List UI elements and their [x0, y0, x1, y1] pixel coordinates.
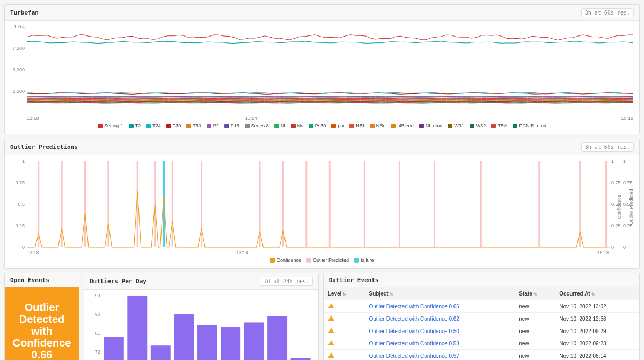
svg-rect-59	[244, 322, 264, 360]
legend-label: P15	[231, 123, 239, 128]
legend-item[interactable]: P15	[224, 123, 239, 128]
legend-label: phi	[338, 123, 344, 128]
level-cell	[324, 325, 365, 337]
legend-label: T24	[152, 123, 161, 128]
legend-swatch	[448, 124, 452, 128]
svg-rect-57	[197, 325, 217, 360]
legend-item[interactable]: Nf_dmd	[419, 123, 443, 128]
column-header[interactable]: Occurred At	[555, 287, 639, 300]
legend-item[interactable]: phi	[331, 123, 344, 128]
legend-item[interactable]: failure	[354, 257, 374, 263]
sort-icon[interactable]	[341, 291, 346, 297]
svg-text:0.75: 0.75	[15, 180, 25, 185]
legend-item[interactable]: Series 8	[245, 123, 269, 128]
legend-item[interactable]: NRc	[370, 123, 386, 128]
legend-label: T2	[135, 123, 141, 128]
open-events-panel: Open Events Outlier Detected with Confid…	[4, 273, 79, 360]
table-row[interactable]: Outlier Detected with Confidence 0.50new…	[324, 325, 639, 337]
legend-label: TRA	[497, 123, 507, 128]
legend-item[interactable]: T2	[129, 123, 141, 128]
legend-label: W31	[454, 123, 464, 128]
svg-text:13:24: 13:24	[245, 116, 258, 121]
legend-item[interactable]: W32	[470, 123, 486, 128]
occurred-cell: Nov 10, 2022 12:56	[555, 313, 639, 325]
legend-item[interactable]: PCNfR_dmd	[513, 123, 546, 128]
legend-label: Ps30	[315, 123, 326, 128]
legend-swatch	[331, 124, 336, 128]
warning-icon	[328, 328, 334, 333]
svg-text:12:18: 12:18	[27, 250, 39, 255]
occurred-cell: Nov 10, 2022 09:23	[555, 337, 639, 350]
legend-label: P2	[213, 123, 219, 128]
table-row[interactable]: Outlier Detected with Confidence 0.66new…	[324, 300, 639, 313]
warning-icon	[328, 352, 334, 358]
turbofan-chart-body: 1e+47,5005,0002,50012:1813:2415:18 Setti…	[5, 21, 639, 134]
legend-item[interactable]: TRA	[491, 123, 507, 128]
bottom-row: Open Events Outlier Detected with Confid…	[4, 273, 640, 360]
legend-item[interactable]: T24	[146, 123, 161, 128]
legend-label: T50	[193, 123, 201, 128]
svg-rect-56	[174, 314, 194, 360]
svg-rect-58	[221, 327, 240, 360]
legend-item[interactable]: Outlier Predicted	[306, 257, 349, 263]
column-header[interactable]: State	[515, 287, 555, 300]
open-events-line1: Outlier	[10, 301, 74, 313]
svg-rect-38	[329, 161, 331, 247]
legend-item[interactable]: Ps30	[309, 123, 326, 128]
legend-item[interactable]: Nf	[274, 123, 286, 128]
svg-text:0: 0	[623, 244, 626, 250]
level-cell	[324, 350, 365, 361]
outliers-per-day-chart[interactable]: 999081726311/0211/0511/09	[87, 293, 315, 360]
sort-icon[interactable]	[389, 291, 393, 297]
legend-label: Setting 1	[104, 123, 123, 128]
sort-icon[interactable]	[532, 291, 537, 297]
svg-text:0.5: 0.5	[18, 201, 25, 207]
svg-text:0.75: 0.75	[611, 180, 621, 185]
legend-item[interactable]: Setting 1	[98, 123, 123, 128]
legend-item[interactable]: Nc	[291, 123, 303, 128]
outlier-pred-chart[interactable]: 10.750.50.25010.750.50.25010.750.50.2501…	[8, 159, 636, 255]
subject-link[interactable]: Outlier Detected with Confidence 0.66	[369, 304, 459, 309]
column-header[interactable]: Subject	[364, 287, 515, 300]
svg-text:15:18: 15:18	[597, 250, 609, 255]
legend-label: PCNfR_dmd	[519, 123, 546, 128]
sort-icon[interactable]	[590, 291, 595, 297]
subject-link[interactable]: Outlier Detected with Confidence 0.57	[369, 353, 459, 359]
svg-text:1: 1	[611, 159, 614, 164]
legend-item[interactable]: T30	[166, 123, 181, 128]
legend-swatch	[306, 258, 311, 263]
svg-rect-42	[480, 161, 482, 247]
subject-link[interactable]: Outlier Detected with Confidence 0.62	[369, 316, 459, 322]
svg-rect-61	[291, 358, 311, 360]
svg-text:0.75: 0.75	[623, 180, 633, 185]
column-header[interactable]: Level	[324, 287, 365, 300]
open-events-line2: Detected with	[10, 313, 74, 337]
table-row[interactable]: Outlier Detected with Confidence 0.62new…	[324, 313, 639, 325]
outlier-pred-res-badge[interactable]: 3h at 60s res.	[581, 142, 634, 152]
open-events-card[interactable]: Outlier Detected with Confidence 0.66 10…	[5, 287, 79, 360]
table-row[interactable]: Outlier Detected with Confidence 0.57new…	[324, 350, 639, 361]
outlier-events-header: Outlier Events	[324, 273, 639, 287]
legend-item[interactable]: htBleed	[391, 123, 414, 128]
legend-item[interactable]: Confidence	[270, 257, 301, 263]
subject-cell: Outlier Detected with Confidence 0.53	[364, 337, 515, 350]
turbofan-chart[interactable]: 1e+47,5005,0002,50012:1813:2415:18	[8, 24, 636, 121]
legend-label: Nc	[297, 123, 303, 128]
legend-swatch	[419, 124, 424, 128]
legend-item[interactable]: T50	[186, 123, 201, 128]
table-row[interactable]: Outlier Detected with Confidence 0.53new…	[324, 337, 639, 350]
turbofan-res-badge[interactable]: 3h at 60s res.	[581, 8, 634, 17]
legend-swatch	[309, 124, 313, 128]
subject-link[interactable]: Outlier Detected with Confidence 0.50	[369, 328, 459, 334]
legend-item[interactable]: P2	[207, 123, 219, 128]
legend-label: Nf_dmd	[426, 123, 443, 128]
svg-text:Outlier Predicted: Outlier Predicted	[628, 189, 634, 225]
subject-link[interactable]: Outlier Detected with Confidence 0.53	[369, 341, 459, 347]
outliers-per-day-title: Outliers Per Day	[90, 278, 147, 285]
legend-label: Series 8	[251, 123, 269, 128]
legend-item[interactable]: NRf	[349, 123, 364, 128]
legend-item[interactable]: W31	[448, 123, 464, 128]
outliers-per-day-res-badge[interactable]: 7d at 24h res.	[260, 277, 312, 286]
legend-swatch	[146, 124, 151, 128]
turbofan-panel: Turbofan 3h at 60s res. 1e+47,5005,0002,…	[4, 4, 640, 134]
